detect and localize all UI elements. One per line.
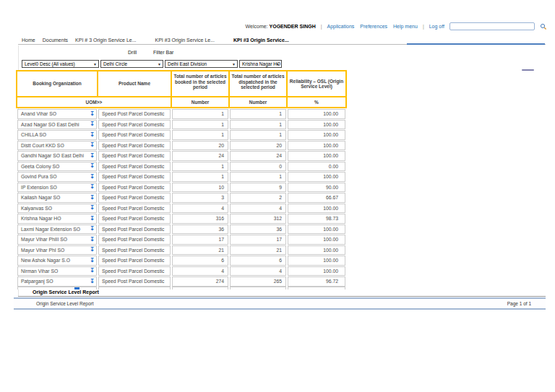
nav-link-help-menu[interactable]: Help menu — [393, 24, 418, 29]
reliability-cell: 100.00 — [288, 256, 345, 266]
drill-down-icon[interactable]: ↧ — [90, 132, 95, 138]
drill-down-icon[interactable]: ↧ — [90, 205, 95, 211]
product-name-cell: Speed Post Parcel Domestic — [98, 183, 171, 193]
tab-documents[interactable]: Documents — [43, 38, 68, 43]
drill-down-icon[interactable]: ↧ — [90, 184, 95, 190]
top-bar: Welcome: YOGENDER SINGH | ApplicationsPr… — [246, 22, 547, 30]
booking-organization-cell: Kailash Nagar SO↧ — [17, 193, 97, 203]
drill-down-icon[interactable]: ↧ — [90, 142, 95, 148]
articles-booked-cell: 10 — [172, 183, 228, 193]
articles-dispatched-cell: 1 — [230, 120, 286, 130]
product-name-cell: Speed Post Parcel Domestic — [98, 256, 171, 266]
articles-booked-cell: 1 — [172, 172, 228, 182]
product-name-cell: Speed Post Parcel Domestic — [98, 235, 171, 245]
clipped-cell — [172, 287, 228, 289]
booking-organization-cell: Patparganj SO↧ — [17, 276, 97, 287]
booking-organization-label: IP Extension SO — [21, 185, 57, 190]
booking-organization-cell: New Ashok Nagar S.O↧ — [17, 256, 97, 266]
booking-organization-label: Laxmi Nagar Extension SO — [21, 227, 80, 232]
articles-booked-cell: 24 — [172, 151, 228, 161]
filter-bar-button[interactable]: Filter Bar — [153, 50, 173, 55]
drill-down-icon[interactable]: ↧ — [90, 111, 95, 117]
articles-dispatched-cell: 2 — [230, 193, 286, 203]
tab-kpi-3-origin-service[interactable]: KPI #3 Origin Service... — [233, 38, 289, 43]
reliability-cell: 96.72 — [288, 276, 345, 287]
report-tab[interactable]: Origin Service Level Report — [33, 289, 99, 295]
filter-dropdown[interactable]: Delhi Circle▼ — [100, 60, 163, 68]
booking-organization-label: Kailash Nagar SO — [21, 195, 60, 200]
drill-down-icon[interactable]: ↧ — [90, 216, 95, 222]
booking-organization-cell: Nirman Vihar SO↧ — [17, 266, 97, 276]
filter-dropdown[interactable]: Level0 Desc (All values)▼ — [22, 60, 99, 68]
product-name-cell: Speed Post Parcel Domestic — [98, 162, 171, 172]
logoff-link[interactable]: Log off — [429, 24, 444, 29]
product-name-cell: Speed Post Parcel Domestic — [98, 204, 171, 214]
column-header: Product Name — [98, 71, 171, 96]
product-name-cell: Speed Post Parcel Domestic — [98, 130, 171, 140]
booking-organization-label: Geeta Colony SO — [21, 164, 59, 169]
user-name: YOGENDER SINGH — [270, 24, 316, 29]
tab-kpi-3-origin-service-le[interactable]: KPI #3 Origin Service Le... — [155, 38, 215, 43]
drill-down-icon[interactable]: ↧ — [90, 226, 95, 232]
booking-organization-label: Kalyanvas SO — [21, 206, 52, 211]
product-name-cell: Speed Post Parcel Domestic — [98, 141, 171, 151]
search-input[interactable] — [449, 22, 535, 30]
tab-kpi-3-origin-service-le[interactable]: KPI # 3 Origin Service Le... — [75, 38, 136, 43]
articles-dispatched-cell: 312 — [230, 214, 286, 224]
articles-booked-cell: 6 — [172, 256, 228, 266]
nav-link-applications[interactable]: Applications — [327, 24, 355, 29]
drill-down-icon[interactable]: ↧ — [90, 237, 95, 243]
reliability-cell: 100.00 — [288, 245, 345, 256]
filter-dropdown[interactable]: Krishna Nagar HO▼ — [239, 60, 282, 68]
product-name-cell: Speed Post Parcel Domestic — [98, 172, 171, 182]
articles-dispatched-cell: 24 — [230, 151, 286, 161]
clipped-cell — [288, 287, 345, 289]
magnifier-icon[interactable] — [540, 23, 547, 30]
uom-label: UOM>> — [17, 97, 171, 107]
filter-dropdown[interactable]: Delhi East Division▼ — [165, 60, 238, 68]
tab-home[interactable]: Home — [22, 38, 35, 43]
table-body: Anand Vihar SO↧Speed Post Parcel Domesti… — [17, 109, 345, 287]
booking-organization-label: Gandhi Nagar SO East Delhi — [21, 153, 84, 158]
articles-dispatched-cell: 1 — [230, 109, 286, 119]
articles-dispatched-cell: 265 — [230, 276, 286, 287]
column-header: Reliability – OSL (Origin Service Level) — [288, 71, 345, 96]
drill-down-icon[interactable]: ↧ — [90, 258, 95, 263]
panel-handle-dash[interactable] — [522, 69, 534, 71]
drill-down-icon[interactable]: ↧ — [90, 247, 95, 253]
booking-organization-cell: Kalyanvas SO↧ — [17, 204, 97, 214]
articles-dispatched-cell: 36 — [230, 225, 286, 235]
drill-down-icon[interactable]: ↧ — [90, 163, 95, 169]
column-header: Total number of articles dispatched in t… — [230, 71, 286, 96]
drill-down-icon[interactable]: ↧ — [90, 195, 95, 201]
booking-organization-label: Patparganj SO — [21, 279, 53, 284]
drill-down-icon[interactable]: ↧ — [90, 174, 95, 180]
articles-booked-cell: 1 — [172, 120, 228, 130]
articles-booked-cell: 21 — [172, 245, 228, 256]
booking-organization-cell: Krishna Nagar HO↧ — [17, 214, 97, 224]
booking-organization-label: Mayur Vihar PhIII SO — [21, 237, 67, 242]
booking-organization-cell: Mayur Vihar PhIII SO↧ — [17, 235, 97, 245]
product-name-cell: Speed Post Parcel Domestic — [98, 225, 171, 235]
drill-down-icon[interactable]: ↧ — [90, 153, 95, 159]
filter-value: Delhi Circle — [103, 61, 127, 66]
product-name-cell: Speed Post Parcel Domestic — [98, 151, 171, 161]
booking-organization-label: Azad Nagar SO East Delhi — [21, 122, 79, 127]
drill-button[interactable]: Drill — [128, 50, 137, 55]
page-indicator: Page 1 of 1 — [507, 301, 531, 306]
filter-bar: Level0 Desc (All values)▼Delhi Circle▼De… — [22, 60, 282, 68]
reliability-cell: 90.00 — [288, 183, 345, 193]
nav-link-preferences[interactable]: Preferences — [360, 24, 387, 29]
footer-report-name: Origin Service Level Report — [36, 301, 93, 306]
booking-organization-cell: Laxmi Nagar Extension SO↧ — [17, 225, 97, 235]
articles-dispatched-cell: 9 — [230, 183, 286, 193]
reliability-cell: 100.00 — [288, 120, 345, 130]
drill-down-icon[interactable]: ↧ — [90, 268, 95, 274]
column-header: Booking Organization — [17, 71, 97, 96]
drill-down-icon[interactable]: ↧ — [90, 279, 95, 284]
drill-down-icon[interactable]: ↧ — [90, 121, 95, 127]
clipped-cell — [230, 287, 286, 289]
booking-organization-cell: Gandhi Nagar SO East Delhi↧ — [17, 151, 97, 161]
booking-organization-label: Anand Vihar SO — [21, 111, 56, 116]
tab-bar: HomeDocumentsKPI # 3 Origin Service Le..… — [22, 38, 296, 43]
